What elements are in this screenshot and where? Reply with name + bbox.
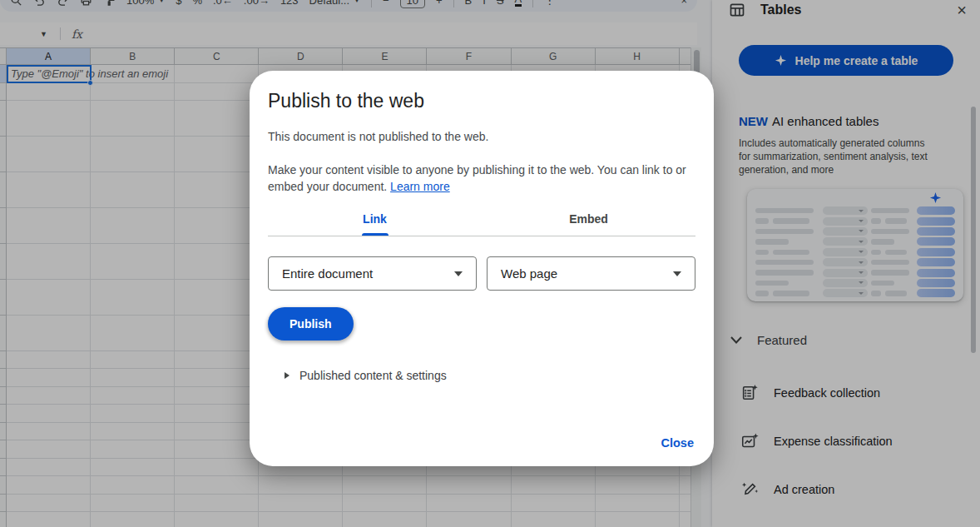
format-dropdown-value: Web page xyxy=(501,266,557,281)
chevron-down-icon xyxy=(673,271,681,276)
tab-link[interactable]: Link xyxy=(268,201,482,236)
sheets-app: 100%▼$%.0←.00→123Defaul...▼−10+BISA⋮× ▼ … xyxy=(0,0,980,527)
disclosure-arrow-icon xyxy=(285,372,290,379)
disclosure-label: Published content & settings xyxy=(299,369,447,382)
chevron-down-icon xyxy=(454,271,463,276)
dialog-description: Make your content visible to anyone by p… xyxy=(268,162,695,195)
publish-status-text: This document is not published to the we… xyxy=(268,130,695,143)
tab-embed[interactable]: Embed xyxy=(482,201,695,236)
active-tab-indicator xyxy=(362,233,389,236)
format-dropdown[interactable]: Web page xyxy=(487,256,695,291)
publish-button[interactable]: Publish xyxy=(268,307,354,341)
learn-more-link[interactable]: Learn more xyxy=(390,180,450,193)
publish-options-row: Entire document Web page xyxy=(268,256,695,291)
publish-to-web-dialog: Publish to the web This document is not … xyxy=(250,71,714,466)
scope-dropdown[interactable]: Entire document xyxy=(268,256,477,291)
dialog-close-button[interactable]: Close xyxy=(661,436,695,450)
published-content-settings-toggle[interactable]: Published content & settings xyxy=(285,369,714,382)
dialog-title: Publish to the web xyxy=(268,90,714,112)
tab-bar: Link Embed xyxy=(268,201,695,236)
description-text: Make your content visible to anyone by p… xyxy=(268,163,686,193)
scope-dropdown-value: Entire document xyxy=(282,266,373,281)
